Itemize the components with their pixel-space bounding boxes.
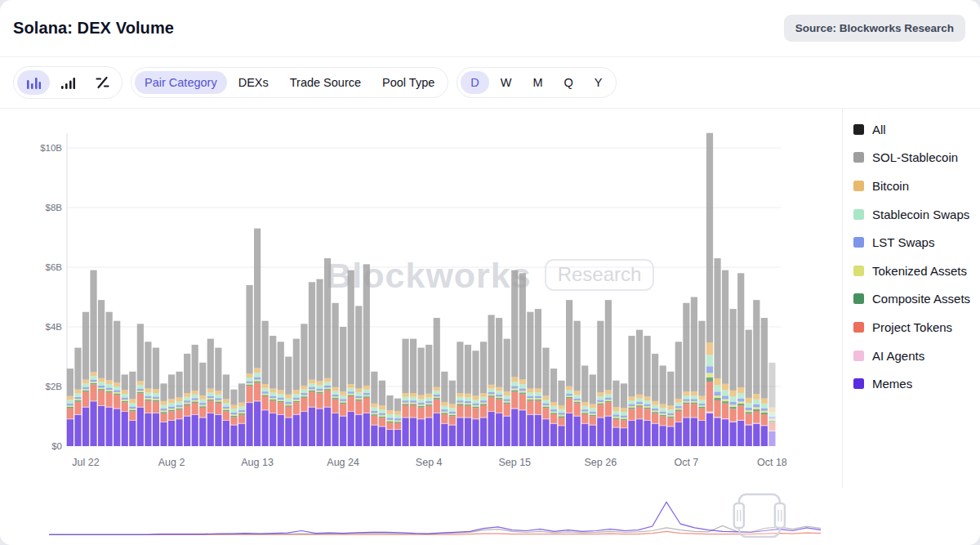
volume-bar-aug-28[interactable]	[371, 372, 377, 446]
legend-item-composite-assets[interactable]: Composite Assets	[853, 285, 980, 314]
chart-type-button-percent-view-icon[interactable]	[86, 70, 118, 95]
volume-bar-oct-14[interactable]	[737, 273, 744, 446]
volume-bar-oct-8[interactable]	[691, 297, 697, 447]
volume-bar-oct-15[interactable]	[746, 330, 752, 446]
volume-bar-oct-17[interactable]	[761, 318, 768, 446]
volume-bar-aug-10[interactable]	[230, 390, 237, 446]
volume-bar-aug-17[interactable]	[285, 357, 292, 447]
volume-bar-sep-7[interactable]	[449, 381, 456, 446]
volume-bar-aug-11[interactable]	[238, 383, 245, 446]
volume-bar-sep-28[interactable]	[612, 381, 619, 446]
volume-bar-sep-29[interactable]	[621, 383, 627, 446]
granularity-q[interactable]: Q	[555, 71, 583, 95]
volume-bar-aug-16[interactable]	[278, 342, 284, 446]
chart-type-button-ascending-bars-icon[interactable]	[51, 70, 84, 95]
volume-bar-sep-2[interactable]	[410, 339, 416, 446]
volume-bar-oct-3[interactable]	[652, 354, 658, 446]
volume-bar-aug-8[interactable]	[215, 348, 221, 446]
volume-bar-oct-13[interactable]	[730, 309, 737, 446]
volume-bar-aug-22[interactable]	[324, 258, 331, 446]
volume-bar-jul-20[interactable]	[67, 369, 74, 446]
volume-bar-sep-23[interactable]	[574, 321, 581, 446]
volume-bar-sep-10[interactable]	[472, 351, 479, 446]
volume-bar-jul-29[interactable]	[137, 324, 144, 446]
volume-bar-sep-6[interactable]	[441, 372, 448, 446]
legend-item-project-tokens[interactable]: Project Tokens	[853, 313, 980, 342]
volume-bar-oct-10[interactable]	[706, 133, 713, 446]
volume-bar-aug-31[interactable]	[394, 399, 401, 446]
volume-bar-jul-28[interactable]	[129, 372, 136, 446]
volume-bar-aug-4[interactable]	[184, 354, 190, 446]
volume-bar-sep-12[interactable]	[488, 315, 495, 446]
volume-bar-sep-13[interactable]	[496, 318, 502, 446]
volume-bar-aug-1[interactable]	[160, 383, 167, 446]
volume-bar-jul-24[interactable]	[98, 300, 105, 446]
volume-bar-jul-26[interactable]	[114, 321, 120, 446]
filter-tab-pool-type[interactable]: Pool Type	[372, 71, 444, 95]
volume-bar-sep-4[interactable]	[425, 345, 432, 446]
volume-bar-oct-12[interactable]	[722, 270, 728, 446]
volume-bar-aug-9[interactable]	[223, 374, 229, 446]
volume-bar-aug-5[interactable]	[192, 345, 198, 446]
volume-bar-sep-17[interactable]	[527, 312, 533, 446]
volume-bar-sep-16[interactable]	[519, 273, 526, 446]
volume-bar-jul-27[interactable]	[122, 374, 128, 446]
filter-tab-dexs[interactable]: DEXs	[229, 71, 278, 95]
volume-bar-aug-18[interactable]	[293, 339, 300, 446]
legend-item-stablecoin-swaps[interactable]: Stablecoin Swaps	[853, 200, 980, 229]
volume-bar-sep-22[interactable]	[566, 300, 572, 446]
volume-bar-aug-12[interactable]	[246, 285, 252, 446]
volume-bar-jul-25[interactable]	[106, 312, 113, 446]
volume-bar-sep-14[interactable]	[504, 339, 510, 446]
volume-bar-oct-9[interactable]	[698, 321, 705, 446]
range-handle-right[interactable]	[775, 503, 785, 528]
volume-bar-sep-19[interactable]	[542, 348, 549, 446]
volume-bar-sep-26[interactable]	[597, 321, 604, 446]
volume-bar-jul-31[interactable]	[153, 348, 159, 446]
volume-bar-aug-24[interactable]	[340, 327, 346, 446]
volume-bar-sep-8[interactable]	[457, 342, 463, 446]
volume-bar-sep-5[interactable]	[434, 318, 440, 446]
volume-bar-sep-21[interactable]	[558, 381, 564, 446]
legend-item-bitcoin[interactable]: Bitcoin	[853, 172, 980, 200]
volume-bar-oct-7[interactable]	[683, 303, 689, 446]
volume-bar-sep-1[interactable]	[402, 339, 408, 446]
legend-item-lst-swaps[interactable]: LST Swaps	[853, 228, 980, 257]
volume-bar-aug-14[interactable]	[262, 321, 269, 446]
granularity-d[interactable]: D	[461, 71, 488, 95]
legend-item-sol-stablecoin[interactable]: SOL-Stablecoin	[853, 144, 980, 172]
granularity-m[interactable]: M	[523, 71, 552, 95]
volume-bar-sep-20[interactable]	[550, 369, 557, 446]
volume-bar-sep-15[interactable]	[511, 270, 518, 446]
volume-bar-sep-27[interactable]	[605, 300, 612, 446]
chart-type-button-stacked-bar-chart-icon[interactable]	[17, 70, 50, 95]
volume-bar-oct-18[interactable]	[768, 363, 775, 446]
volume-bar-aug-25[interactable]	[348, 270, 354, 446]
volume-bar-aug-2[interactable]	[168, 374, 175, 446]
volume-bar-sep-11[interactable]	[480, 342, 487, 446]
volume-bar-oct-11[interactable]	[714, 258, 720, 446]
volume-bar-jul-22[interactable]	[82, 312, 89, 446]
volume-bar-jul-23[interactable]	[90, 270, 96, 446]
granularity-w[interactable]: W	[491, 71, 522, 95]
volume-bar-sep-30[interactable]	[628, 336, 635, 446]
volume-bar-aug-30[interactable]	[386, 395, 393, 446]
volume-bar-oct-2[interactable]	[644, 336, 651, 446]
range-handle-left[interactable]	[734, 503, 744, 528]
volume-bar-aug-27[interactable]	[363, 264, 370, 446]
volume-bar-aug-20[interactable]	[309, 282, 315, 446]
legend-item-tokenized-assets[interactable]: Tokenized Assets	[853, 257, 980, 285]
volume-bar-aug-21[interactable]	[316, 279, 323, 446]
legend-item-all[interactable]: All	[853, 115, 980, 144]
volume-bar-oct-1[interactable]	[636, 330, 643, 446]
volume-bar-aug-23[interactable]	[332, 303, 339, 446]
volume-bar-aug-26[interactable]	[355, 306, 362, 446]
volume-bar-aug-6[interactable]	[199, 363, 206, 446]
volume-bar-oct-4[interactable]	[660, 365, 666, 446]
volume-bar-jul-21[interactable]	[74, 348, 81, 446]
volume-bar-aug-29[interactable]	[379, 381, 385, 446]
volume-bar-sep-24[interactable]	[581, 365, 588, 446]
volume-bar-aug-3[interactable]	[176, 372, 183, 446]
volume-bar-aug-19[interactable]	[301, 324, 307, 446]
filter-tab-pair-category[interactable]: Pair Category	[135, 71, 227, 95]
